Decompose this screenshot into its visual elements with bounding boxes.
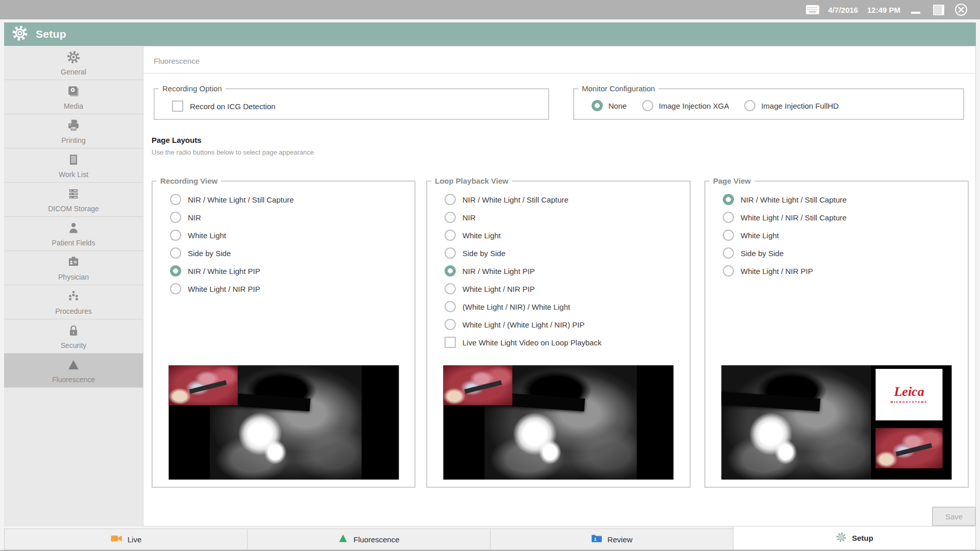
folder-icon bbox=[591, 534, 602, 545]
radio-option-image-injection-xga[interactable]: Image Injection XGA bbox=[642, 100, 729, 111]
surgical-instrument-shape bbox=[464, 380, 502, 394]
sidebar-item-printing[interactable]: Printing bbox=[4, 114, 143, 148]
radio-icon[interactable] bbox=[445, 265, 456, 277]
tab-label: Fluorescence bbox=[353, 535, 399, 544]
triangle-icon bbox=[338, 533, 348, 545]
radio-icon[interactable] bbox=[445, 283, 456, 294]
system-time: 12:49 PM bbox=[867, 6, 900, 14]
radio-icon[interactable] bbox=[170, 212, 181, 223]
tab-label: Live bbox=[128, 535, 142, 544]
radio-label: White Light / NIR PIP bbox=[741, 267, 813, 276]
radio-icon[interactable] bbox=[642, 100, 653, 111]
radio-option[interactable]: White Light / NIR PIP bbox=[445, 283, 690, 295]
sidebar-item-physician[interactable]: Physician bbox=[4, 251, 143, 285]
radio-label: White Light bbox=[741, 231, 779, 240]
radio-option-selected[interactable]: NIR / White Light PIP bbox=[170, 265, 414, 277]
sidebar-item-media[interactable]: Media bbox=[4, 80, 143, 114]
radio-icon[interactable] bbox=[445, 319, 456, 330]
radio-icon[interactable] bbox=[170, 194, 181, 205]
save-button[interactable]: Save bbox=[932, 507, 976, 526]
sidebar-item-label: Patient Fields bbox=[52, 239, 95, 247]
radio-icon[interactable] bbox=[170, 283, 181, 294]
record-on-icg-checkbox-row[interactable]: Record on ICG Detection bbox=[172, 100, 548, 112]
sidebar-item-fluorescence[interactable]: Fluorescence bbox=[4, 354, 143, 388]
radio-option[interactable]: Side by Side bbox=[445, 247, 690, 259]
radio-icon[interactable] bbox=[723, 247, 734, 259]
radio-icon[interactable] bbox=[445, 212, 456, 223]
tab-fluorescence[interactable]: Fluorescence bbox=[247, 529, 491, 550]
tab-review[interactable]: Review bbox=[490, 529, 733, 550]
radio-icon[interactable] bbox=[170, 230, 181, 241]
sidebar-item-general[interactable]: General bbox=[4, 46, 143, 80]
sidebar-item-label: Media bbox=[64, 102, 83, 110]
radio-icon[interactable] bbox=[723, 212, 734, 223]
live-white-light-checkbox-row[interactable]: Live White Light Video on Loop Playback bbox=[445, 336, 690, 348]
tab-setup[interactable]: Setup bbox=[733, 527, 976, 550]
radio-icon[interactable] bbox=[445, 230, 456, 241]
radio-label: NIR / White Light / Still Capture bbox=[188, 195, 294, 204]
radio-icon[interactable] bbox=[445, 247, 456, 259]
radio-icon[interactable] bbox=[723, 265, 734, 277]
radio-option-selected[interactable]: NIR / White Light / Still Capture bbox=[723, 193, 968, 206]
radio-icon[interactable] bbox=[744, 100, 755, 111]
radio-icon[interactable] bbox=[445, 301, 456, 312]
layout-preview-image bbox=[444, 365, 674, 480]
gear-icon bbox=[836, 532, 847, 545]
checkbox-icon[interactable] bbox=[172, 101, 183, 112]
radio-icon[interactable] bbox=[723, 194, 734, 205]
radio-option[interactable]: Side by Side bbox=[723, 247, 968, 259]
radio-label: NIR bbox=[462, 213, 476, 222]
radio-option[interactable]: White Light bbox=[170, 229, 414, 241]
radio-label: NIR / White Light / Still Capture bbox=[741, 195, 847, 204]
white-light-pip-image bbox=[168, 365, 237, 405]
checkbox-label: Live White Light Video on Loop Playback bbox=[462, 338, 601, 347]
radio-option[interactable]: (White Light / NIR) / White Light bbox=[445, 300, 690, 313]
radio-option[interactable]: NIR bbox=[445, 211, 690, 223]
radio-label: White Light bbox=[188, 231, 226, 240]
radio-option[interactable]: White Light / NIR PIP bbox=[170, 283, 414, 295]
leica-logo-subtext: MICROSYSTEMS bbox=[891, 400, 928, 404]
radio-option[interactable]: Side by Side bbox=[170, 247, 414, 259]
radio-option-image-injection-fullhd[interactable]: Image Injection FullHD bbox=[744, 100, 839, 111]
radio-label: (White Light / NIR) / White Light bbox=[462, 303, 570, 311]
radio-option[interactable]: White Light / NIR PIP bbox=[723, 265, 968, 277]
loop-playback-view-group: Loop Playback View NIR / White Light / S… bbox=[426, 177, 691, 488]
radio-option[interactable]: NIR bbox=[170, 211, 414, 223]
tab-label: Review bbox=[607, 535, 632, 544]
surgical-instrument-shape bbox=[896, 443, 933, 457]
white-light-pip-image bbox=[444, 365, 512, 405]
radio-icon[interactable] bbox=[170, 265, 181, 277]
sidebar-item-security[interactable]: Security bbox=[4, 319, 143, 354]
radio-label: White Light / NIR / Still Capture bbox=[741, 213, 847, 222]
radio-option[interactable]: White Light bbox=[723, 229, 968, 241]
radio-icon[interactable] bbox=[445, 194, 456, 205]
radio-option[interactable]: NIR / White Light / Still Capture bbox=[170, 193, 414, 206]
nir-fluorescence-image bbox=[722, 365, 871, 480]
radio-label: White Light bbox=[462, 231, 501, 240]
radio-option-selected[interactable]: NIR / White Light PIP bbox=[445, 265, 690, 277]
radio-option[interactable]: White Light bbox=[445, 229, 690, 241]
radio-icon[interactable] bbox=[170, 247, 181, 259]
radio-icon[interactable] bbox=[723, 230, 734, 241]
sidebar-item-procedures[interactable]: Procedures bbox=[4, 285, 143, 319]
tab-live[interactable]: Live bbox=[4, 529, 248, 550]
sidebar-item-work-list[interactable]: Work List bbox=[4, 148, 143, 183]
sidebar-item-dicom-storage[interactable]: DICOM Storage bbox=[4, 183, 143, 217]
radio-option[interactable]: White Light / NIR / Still Capture bbox=[723, 211, 968, 223]
printer-icon bbox=[66, 118, 81, 135]
minimize-icon[interactable] bbox=[910, 3, 923, 16]
checkbox-icon[interactable] bbox=[445, 337, 456, 348]
page-title: Setup bbox=[36, 28, 66, 40]
keyboard-icon[interactable] bbox=[806, 3, 819, 16]
close-icon[interactable] bbox=[954, 3, 968, 16]
restore-icon[interactable] bbox=[932, 3, 945, 16]
radio-icon[interactable] bbox=[592, 100, 603, 111]
radio-option[interactable]: NIR / White Light / Still Capture bbox=[445, 193, 690, 206]
radio-option-none[interactable]: None bbox=[592, 100, 627, 111]
layout-preview-image: Leica MICROSYSTEMS bbox=[722, 365, 952, 480]
radio-option[interactable]: White Light / (White Light / NIR) PIP bbox=[445, 318, 690, 331]
sidebar-item-patient-fields[interactable]: Patient Fields bbox=[4, 217, 143, 251]
radio-label: NIR bbox=[188, 213, 201, 222]
sidebar-item-label: Procedures bbox=[55, 307, 92, 315]
sidebar-item-label: Fluorescence bbox=[52, 375, 95, 384]
